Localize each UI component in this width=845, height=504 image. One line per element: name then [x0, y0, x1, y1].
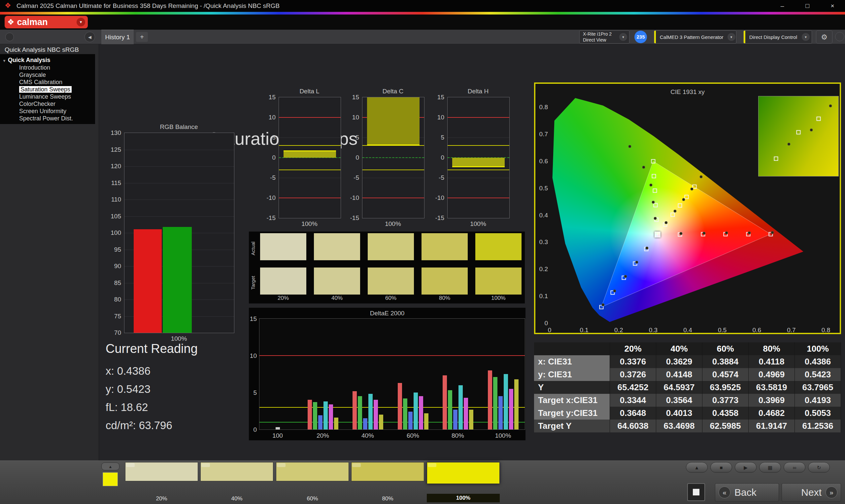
- pattern-level-100%[interactable]: 100%: [427, 462, 500, 503]
- meter-status-badge[interactable]: 235: [634, 31, 647, 43]
- stop-button[interactable]: ■: [710, 462, 732, 473]
- x-axis-tick-label: 0: [543, 326, 556, 334]
- sidebar-item-cms-calibration[interactable]: CMS Calibration: [0, 78, 95, 86]
- settings-gear-button[interactable]: ⚙: [816, 30, 832, 43]
- table-row: Target y:CIE310.36480.40130.43580.46820.…: [534, 407, 841, 419]
- sidebar-item-introduction[interactable]: Introduction: [0, 64, 95, 71]
- pattern-level-swatch: [200, 462, 273, 481]
- cie-measured-dot: [700, 175, 702, 178]
- limit-line-yellow: [279, 145, 341, 146]
- table-cell: 0.3648: [610, 407, 656, 419]
- sidebar-item-label: ColorChecker: [19, 101, 55, 107]
- cie-zoom-inset: [758, 96, 839, 177]
- pattern-level-40%[interactable]: 40%: [200, 462, 273, 503]
- display-control-dropdown[interactable]: Direct Display Control ▾: [743, 30, 812, 43]
- tab-history-1[interactable]: History 1: [101, 30, 134, 44]
- swatch-column-label: 20%: [260, 295, 306, 302]
- calman-logo-button[interactable]: ❖ calman ▾: [5, 16, 88, 29]
- workflow-tree: ▾Quick Analysis IntroductionGrayscaleCMS…: [0, 54, 95, 124]
- table-cell: 0.4193: [795, 394, 841, 407]
- close-button[interactable]: ×: [820, 0, 845, 12]
- sidebar-item-spectral-power-dist-[interactable]: Spectral Power Dist.: [0, 115, 95, 122]
- sidebar-collapse-button[interactable]: ◀: [85, 32, 95, 42]
- y-axis-tick-label: -10: [430, 194, 444, 201]
- workflow-options-button[interactable]: [5, 33, 14, 41]
- table-cell: 0.3376: [610, 355, 656, 368]
- meter-dropdown-text: X-Rite i1Pro 2 Direct View: [580, 31, 619, 43]
- deltae-plot: 05101510020%40%60%80%100%: [259, 318, 525, 430]
- minimize-button[interactable]: –: [770, 0, 795, 12]
- meter-line2: Direct View: [583, 37, 616, 43]
- delta-bar: [452, 158, 505, 167]
- maximize-button[interactable]: □: [795, 0, 820, 12]
- target-swatch-100%: [475, 268, 522, 294]
- pattern-window-button[interactable]: [687, 483, 705, 501]
- next-label: Next: [801, 487, 822, 498]
- sidebar-item-screen-uniformity[interactable]: Screen Uniformity: [0, 108, 95, 115]
- sidebar-item-colorchecker[interactable]: ColorChecker: [0, 100, 95, 108]
- back-button[interactable]: « Back: [715, 483, 779, 502]
- delta-bar-edge: [367, 144, 420, 145]
- y-axis-tick-label: 115: [103, 179, 121, 187]
- table-column-header: 80%: [749, 342, 795, 355]
- x-axis-tick-label: 60%: [403, 432, 423, 439]
- delta-bar: [284, 150, 336, 158]
- refresh-button[interactable]: ↻: [808, 462, 830, 473]
- swatch-column-label: 60%: [368, 295, 414, 302]
- pattern-level-60%[interactable]: 60%: [276, 462, 349, 503]
- logo-menu-chevron-icon[interactable]: ▾: [76, 18, 85, 26]
- pattern-level-notch: [126, 463, 135, 467]
- target-swatch-40%: [314, 268, 360, 294]
- gridline: [124, 150, 234, 150]
- deltae-bar-cyan: [413, 393, 418, 430]
- pattern-level-20%[interactable]: 20%: [125, 462, 198, 503]
- deltae-bar-yellow: [469, 410, 473, 430]
- loop-button[interactable]: ∞: [784, 462, 805, 473]
- y-axis-tick-label: 80: [103, 296, 121, 303]
- cie-inset-square: [774, 156, 778, 161]
- tree-root-quick-analysis[interactable]: ▾Quick Analysis: [0, 56, 95, 64]
- deltae-bar-blue: [318, 415, 322, 430]
- help-circle-button[interactable]: [835, 32, 844, 41]
- meter-dropdown[interactable]: X-Rite i1Pro 2 Direct View ▾: [579, 30, 630, 43]
- limit-line-yellow: [279, 169, 341, 170]
- zero-line-green: [363, 157, 424, 158]
- cie-measured-dot: [673, 210, 676, 213]
- display-control-label: Direct Display Control: [745, 34, 802, 40]
- table-cell: 0.4013: [656, 407, 702, 419]
- table-cell: 0.4682: [749, 407, 795, 419]
- cie-measured-dot: [747, 231, 751, 234]
- pattern-level-80%[interactable]: 80%: [351, 462, 424, 503]
- deltae-bar-green: [313, 402, 317, 430]
- play-button[interactable]: ▶: [735, 462, 757, 473]
- y-axis-tick-label: 100: [103, 229, 121, 236]
- gridline: [447, 178, 509, 178]
- pattern-level-label: 40%: [200, 496, 273, 502]
- table-corner-cell: [534, 342, 610, 355]
- table-cell: 0.4358: [702, 407, 749, 419]
- y-axis-tick-label: 120: [103, 163, 121, 170]
- table-cell: 0.3564: [656, 394, 702, 407]
- sidebar-item-luminance-sweeps[interactable]: Luminance Sweeps: [0, 93, 95, 100]
- current-reading-block: Current Reading x: 0.4386y: 0.5423fL: 18…: [106, 342, 198, 434]
- cie-target-square: [677, 203, 682, 208]
- pattern-generator-dropdown[interactable]: CalMED 3 Pattern Generator ▾: [654, 30, 736, 43]
- add-tab-button[interactable]: +: [136, 32, 148, 42]
- deltae-bar-magenta: [329, 404, 333, 430]
- swatch-column-label: 40%: [314, 295, 360, 302]
- sidebar-item-grayscale[interactable]: Grayscale: [0, 71, 95, 78]
- sidebar-item-saturation-sweeps[interactable]: Saturation Sweeps: [0, 86, 95, 93]
- deltae-bar-blue: [408, 412, 412, 430]
- limit-line-red: [279, 198, 341, 198]
- y-axis-tick-label: 5: [261, 134, 276, 141]
- collapse-button[interactable]: ▲: [686, 462, 708, 473]
- deltae-bar-blue: [363, 418, 367, 430]
- delta-l-x-label: 100%: [279, 220, 340, 228]
- swatch-column-label: 80%: [422, 295, 468, 302]
- tree-expand-icon: ▾: [3, 58, 5, 63]
- next-button[interactable]: Next »: [781, 483, 841, 502]
- y-axis-tick-label: -5: [345, 174, 359, 181]
- save-button[interactable]: ▦: [759, 462, 781, 473]
- y-axis-tick-label: 15: [345, 94, 359, 101]
- sidebar: Quick Analysis NBC sRGB ▾Quick Analysis …: [0, 44, 99, 461]
